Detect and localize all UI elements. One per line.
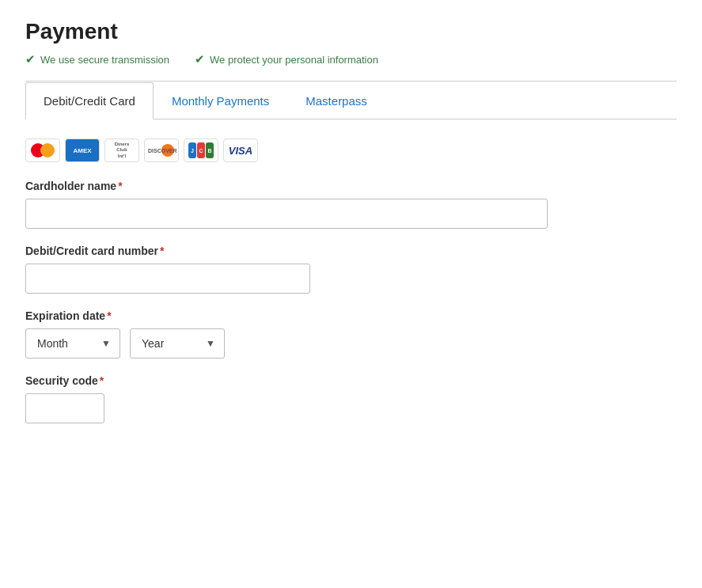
cardholder-label: Cardholder name* <box>25 180 677 192</box>
cardholder-input[interactable] <box>25 199 548 229</box>
year-select[interactable]: Year202420252026202720282029203020312032… <box>130 328 225 358</box>
security-code-group: Security code* <box>25 374 677 423</box>
security-badge-1-text: We use secure transmission <box>40 54 169 66</box>
diners-icon: DinersClubInt'l <box>104 138 139 162</box>
month-select-wrap: Month010203040506070809101112 ▼ <box>25 328 120 358</box>
visa-icon: VISA <box>223 138 258 162</box>
cardholder-group: Cardholder name* <box>25 180 677 229</box>
expiry-required: * <box>107 309 111 322</box>
month-select[interactable]: Month010203040506070809101112 <box>25 328 120 358</box>
cardholder-required: * <box>118 180 122 192</box>
check-icon-1: ✔ <box>25 52 36 66</box>
security-badges: ✔ We use secure transmission ✔ We protec… <box>25 52 677 66</box>
page-container: Payment ✔ We use secure transmission ✔ W… <box>0 0 702 458</box>
expiry-group: Expiration date* Month010203040506070809… <box>25 309 677 358</box>
page-title: Payment <box>25 19 677 44</box>
tabs-container: Debit/Credit Card Monthly Payments Maste… <box>25 82 677 119</box>
security-code-label: Security code* <box>25 374 677 387</box>
card-number-group: Debit/Credit card number* <box>25 245 677 294</box>
card-number-input[interactable] <box>25 264 310 294</box>
year-select-wrap: Year202420252026202720282029203020312032… <box>130 328 225 358</box>
expiry-label: Expiration date* <box>25 309 677 322</box>
security-badge-2: ✔ We protect your personal information <box>195 52 378 66</box>
expiry-row: Month010203040506070809101112 ▼ Year2024… <box>25 328 677 358</box>
security-required: * <box>100 374 104 387</box>
security-badge-1: ✔ We use secure transmission <box>25 52 169 66</box>
mastercard-icon <box>25 138 60 162</box>
discover-icon: DISCOVER <box>144 138 179 162</box>
tab-monthly-payments[interactable]: Monthly Payments <box>154 82 287 119</box>
amex-icon: AMEX <box>65 138 100 162</box>
jcb-icon: J C B <box>184 138 218 162</box>
card-number-required: * <box>160 245 164 257</box>
card-icons-row: AMEX DinersClubInt'l DISCOVER J C B VISA <box>25 138 677 162</box>
security-badge-2-text: We protect your personal information <box>210 54 378 66</box>
check-icon-2: ✔ <box>195 52 205 66</box>
tab-debit-credit[interactable]: Debit/Credit Card <box>25 82 154 119</box>
tab-masterpass[interactable]: Masterpass <box>287 82 385 119</box>
security-code-input[interactable] <box>25 393 104 423</box>
card-number-label: Debit/Credit card number* <box>25 245 677 257</box>
